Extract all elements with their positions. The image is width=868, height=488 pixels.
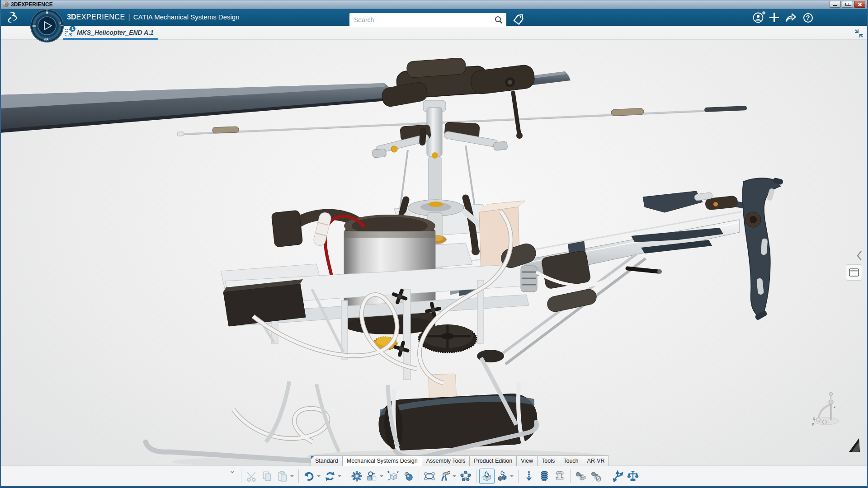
- mechanism-player-dropdown-caret[interactable]: [453, 475, 456, 477]
- mechanism-manager-icon[interactable]: [349, 469, 364, 484]
- spring-icon[interactable]: [537, 469, 552, 484]
- antenna[interactable]: [627, 268, 658, 272]
- document-tab-bar: 1 MKS_Helicopter_END A.1 +: [0, 26, 868, 40]
- tab-standard[interactable]: Standard: [311, 455, 343, 466]
- tail-rotor-blade[interactable]: [643, 191, 703, 212]
- search-icon[interactable]: [491, 13, 506, 27]
- toolbar-separator: [346, 469, 346, 483]
- rotor-head[interactable]: [372, 58, 535, 212]
- document-tab-active[interactable]: 1 MKS_Helicopter_END A.1: [63, 27, 158, 40]
- toolbar-separator: [241, 469, 241, 483]
- tab-mechanical-systems-design[interactable]: Mechanical Systems Design: [342, 455, 422, 466]
- triad-y-label: y: [812, 422, 814, 426]
- restore-button[interactable]: [842, 1, 853, 8]
- tab-ar-vr[interactable]: AR-VR: [583, 455, 609, 466]
- minimize-icon: [833, 5, 837, 6]
- brand-title: 3DEXPERIENCE|CATIA Mechanical Systems De…: [67, 13, 240, 21]
- tab-corner-marker: [311, 456, 314, 459]
- new-tab-button[interactable]: +: [130, 28, 140, 38]
- tab-touch[interactable]: Touch: [559, 455, 583, 466]
- share-icon[interactable]: [784, 12, 797, 23]
- mechanism-player-icon[interactable]: [437, 469, 453, 484]
- update-icon[interactable]: [322, 469, 338, 484]
- window-border-top: [0, 0, 868, 0]
- panel-icon: [849, 268, 859, 277]
- engineering-connections-icon[interactable]: [364, 469, 380, 484]
- tab-view[interactable]: View: [516, 455, 538, 466]
- helicopter-model[interactable]: z x y: [0, 40, 868, 486]
- triad-x-label: x: [813, 416, 815, 421]
- toolbar-separator: [298, 469, 299, 483]
- triad-z-label: z: [834, 404, 836, 409]
- user-profile-icon[interactable]: [751, 12, 765, 23]
- main-gear[interactable]: [419, 324, 504, 362]
- contact-detection-icon[interactable]: [573, 469, 589, 484]
- status-dot: [762, 11, 766, 15]
- toolbar-options-chevron-icon[interactable]: [227, 469, 237, 484]
- minimize-button[interactable]: [830, 1, 841, 8]
- stop-on-contact-icon[interactable]: [589, 469, 604, 484]
- copy-icon[interactable]: [259, 469, 275, 484]
- manipulate-icon[interactable]: [479, 469, 495, 484]
- update-dropdown-caret[interactable]: [338, 475, 341, 477]
- document-tab-icon: 1: [64, 28, 74, 37]
- tab-badge: 1: [70, 26, 75, 32]
- app-icon: [3, 1, 9, 7]
- add-content-icon[interactable]: [768, 12, 781, 23]
- display-panel-button[interactable]: [846, 264, 862, 281]
- tag-search-icon[interactable]: [511, 13, 526, 27]
- tab-assembly-tools[interactable]: Assembly Tools: [422, 455, 470, 466]
- action-toolbar: [0, 465, 868, 486]
- dassault-3ds-logo: [5, 11, 23, 24]
- os-title-bar[interactable]: 3DEXPERIENCE: [0, 0, 868, 9]
- revolute-joint-icon[interactable]: [422, 469, 437, 484]
- free-motion-icon[interactable]: [610, 469, 625, 484]
- search-input[interactable]: [349, 16, 491, 23]
- 3d-compass[interactable]: 3D V.R: [30, 9, 64, 43]
- toolbar-separator: [419, 469, 419, 483]
- engineering-connections-dropdown-caret[interactable]: [380, 475, 383, 477]
- document-tab-label: MKS_Helicopter_END A.1: [77, 29, 154, 36]
- mechanism-representation-icon[interactable]: [401, 469, 416, 484]
- pick-component-dropdown-caret[interactable]: [510, 475, 514, 477]
- app-name: CATIA Mechanical Systems Design: [133, 13, 240, 21]
- social-quadrant-icon[interactable]: [46, 12, 48, 14]
- tail-assembly[interactable]: [631, 178, 783, 321]
- toolbar-separator: [476, 469, 476, 483]
- window-border-left: [0, 0, 1, 488]
- exploded-view-icon[interactable]: [385, 469, 401, 484]
- exit-fullscreen-icon[interactable]: [854, 28, 864, 39]
- view-triad[interactable]: z x y: [812, 393, 839, 427]
- context-corner-triangle[interactable]: [849, 438, 860, 452]
- help-icon[interactable]: ?: [801, 12, 815, 23]
- balance-icon[interactable]: [625, 469, 641, 484]
- cut-icon[interactable]: [244, 469, 259, 484]
- toolbar-separator: [607, 469, 607, 483]
- workbench-tab-bar: Standard Mechanical Systems Design Assem…: [311, 455, 609, 466]
- toolbar-separator: [518, 469, 519, 483]
- pick-component-icon[interactable]: [495, 469, 510, 484]
- search-box: [349, 13, 506, 27]
- undo-dropdown-caret[interactable]: [317, 475, 321, 477]
- close-button[interactable]: [854, 1, 865, 8]
- tab-tools[interactable]: Tools: [537, 455, 559, 466]
- window-border-bottom: [0, 486, 868, 488]
- paste-icon[interactable]: [275, 469, 290, 484]
- toolbar-separator: [570, 469, 571, 483]
- tab-product-edition[interactable]: Product Edition: [469, 455, 517, 466]
- panel-collapse-chevron-icon[interactable]: [855, 250, 863, 262]
- connection-network-icon[interactable]: [458, 469, 473, 484]
- compass-3d-label[interactable]: 3D: [32, 24, 36, 28]
- window-title: 3DEXPERIENCE: [11, 1, 53, 8]
- gravity-icon[interactable]: [521, 469, 537, 484]
- 3d-viewport[interactable]: z x y: [0, 40, 868, 486]
- app-header: 3DEXPERIENCE|CATIA Mechanical Systems De…: [0, 9, 868, 26]
- restore-icon: [845, 3, 849, 6]
- compass-vr-label[interactable]: V.R: [44, 38, 49, 41]
- undo-icon[interactable]: [302, 469, 317, 484]
- bushing-icon[interactable]: [552, 469, 567, 484]
- paste-dropdown-caret[interactable]: [290, 475, 294, 477]
